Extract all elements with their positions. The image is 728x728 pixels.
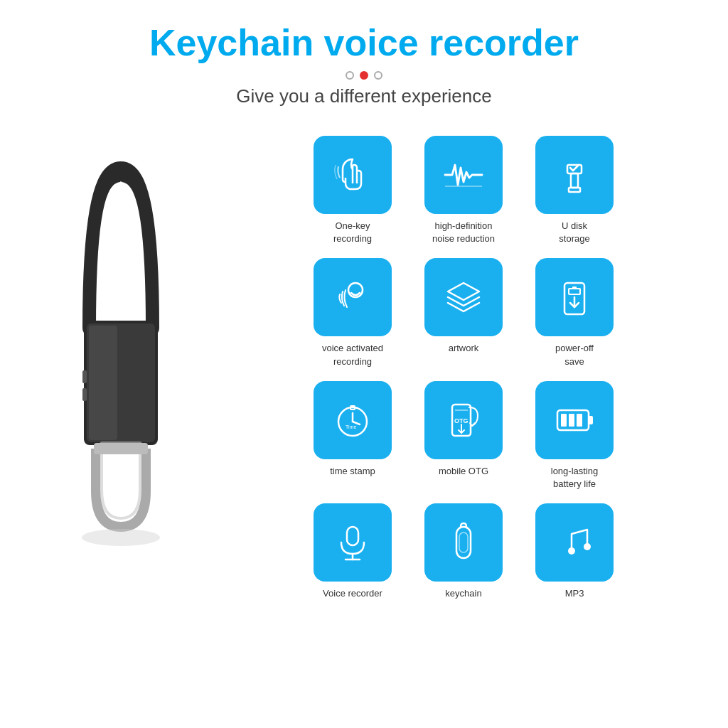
svg-point-7: [82, 529, 160, 546]
svg-text:Time: Time: [346, 424, 356, 429]
device-illustration: [28, 143, 213, 555]
feature-battery-life: long-lastingbattery life: [525, 381, 624, 491]
svg-rect-39: [459, 532, 468, 552]
feature-label-keychain: keychain: [445, 587, 481, 600]
feature-icon-box-battery-full: [535, 381, 614, 459]
svg-marker-16: [448, 283, 479, 300]
feature-noise-reduction: high-definitionnoise reduction: [414, 136, 513, 245]
feature-label-time-stamp: time stamp: [330, 465, 375, 478]
feature-icon-box-touch: [314, 136, 392, 214]
feature-label-artwork: artwork: [449, 342, 479, 355]
device-svg: [43, 143, 199, 555]
svg-rect-18: [569, 289, 580, 294]
feature-mp3: MP3: [525, 503, 624, 600]
feature-label-voice-activated: voice activatedrecording: [322, 342, 383, 368]
page-container: Keychain voice recorder Give you a diffe…: [0, 0, 728, 728]
feature-label-mobile-otg: mobile OTG: [439, 465, 488, 478]
feature-icon-box-waveform: [424, 136, 503, 214]
feature-icon-box-voice: [314, 258, 392, 336]
svg-rect-6: [94, 443, 148, 454]
svg-text:OTG: OTG: [454, 417, 469, 424]
svg-rect-35: [347, 527, 358, 545]
feature-icon-box-layers: [424, 258, 503, 336]
dots-row: [346, 71, 382, 80]
feature-u-disk: U diskstorage: [525, 136, 624, 245]
dot-2: [360, 71, 368, 80]
feature-label-one-key: One-keyrecording: [333, 220, 372, 245]
svg-rect-2: [89, 326, 117, 440]
svg-rect-13: [571, 173, 578, 188]
svg-point-41: [584, 543, 591, 550]
feature-icon-box-usb: [535, 136, 614, 214]
feature-power-off-save: power-offsave: [525, 258, 624, 368]
feature-voice-activated: voice activatedrecording: [303, 258, 402, 368]
feature-label-u-disk: U diskstorage: [559, 220, 589, 245]
feature-mobile-otg: OTG mobile OTG: [414, 381, 513, 491]
feature-icon-box-clock: Time: [314, 381, 392, 459]
svg-rect-31: [589, 416, 593, 424]
feature-icon-box-microphone: [314, 503, 392, 582]
feature-label-noise-reduction: high-definitionnoise reduction: [432, 220, 495, 245]
feature-keychain: keychain: [414, 503, 513, 600]
features-grid: One-keyrecording high-definitionnoise re…: [228, 136, 700, 600]
feature-icon-box-keychain: [424, 503, 503, 582]
feature-one-key-recording: One-keyrecording: [303, 136, 402, 245]
feature-label-battery-life: long-lastingbattery life: [551, 465, 599, 491]
feature-artwork: artwork: [414, 258, 513, 368]
svg-rect-38: [456, 527, 471, 558]
feature-voice-recorder: Voice recorder: [303, 503, 402, 600]
feature-icon-box-battery-save: [535, 258, 614, 336]
feature-label-power-off: power-offsave: [555, 342, 594, 368]
feature-icon-box-music: [535, 503, 614, 582]
feature-icon-box-otg: OTG: [424, 381, 503, 459]
svg-rect-4: [82, 388, 87, 401]
feature-label-mp3: MP3: [565, 587, 584, 600]
svg-rect-33: [569, 414, 574, 427]
svg-rect-14: [569, 188, 580, 192]
feature-time-stamp: Time time stamp: [303, 381, 402, 491]
dot-1: [346, 71, 354, 80]
content-row: One-keyrecording high-definitionnoise re…: [28, 129, 700, 600]
svg-point-40: [568, 547, 575, 555]
main-title: Keychain voice recorder: [149, 21, 579, 64]
svg-rect-19: [572, 287, 577, 289]
svg-rect-34: [577, 414, 582, 427]
dot-3: [374, 71, 382, 80]
svg-rect-32: [561, 414, 567, 427]
subtitle: Give you a different experience: [236, 85, 491, 107]
svg-rect-3: [82, 370, 87, 383]
feature-label-voice-recorder: Voice recorder: [323, 587, 382, 600]
